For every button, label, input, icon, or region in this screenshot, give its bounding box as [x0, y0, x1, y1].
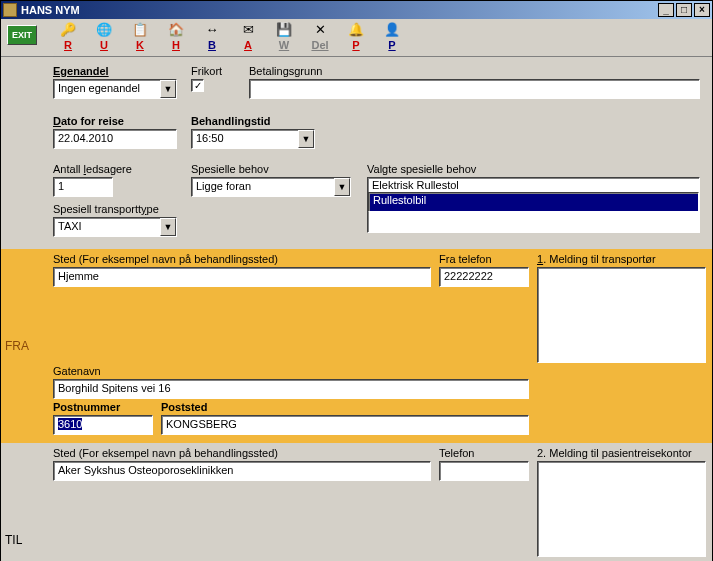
- tb-del-button[interactable]: ✕Del: [309, 21, 331, 51]
- tb-k-button-icon: 📋: [132, 21, 148, 37]
- transporttype-select[interactable]: TAXI: [53, 217, 177, 237]
- tb-p1-button-icon: 🔔: [348, 21, 364, 37]
- label-egenandel: Egenandel: [53, 65, 183, 77]
- tb-h-button[interactable]: 🏠H: [165, 21, 187, 51]
- content: Egenandel Ingen egenandel ▼ Frikort ✓ Be…: [1, 57, 712, 561]
- fra-sted-input[interactable]: Hjemme: [53, 267, 431, 287]
- label-fra-telefon: Fra telefon: [439, 253, 529, 265]
- label-frikort: Frikort: [191, 65, 222, 77]
- tb-w-button-label: W: [279, 39, 289, 51]
- tb-del-button-label: Del: [311, 39, 328, 51]
- tb-w-button-icon: 💾: [276, 21, 292, 37]
- tb-r-button-icon: 🔑: [60, 21, 76, 37]
- label-betalingsgrunn: Betalingsgrunn: [249, 65, 700, 77]
- valgte-listbox[interactable]: Elektrisk Rullestol Rullestolbil: [367, 177, 700, 233]
- maximize-button[interactable]: □: [676, 3, 692, 17]
- tb-p2-button-icon: 👤: [384, 21, 400, 37]
- label-til-telefon: Telefon: [439, 447, 529, 459]
- tb-r-button[interactable]: 🔑R: [57, 21, 79, 51]
- tb-r-button-label: R: [64, 39, 72, 51]
- label-fra-postnr: Postnummer: [53, 401, 153, 413]
- tb-p1-button-label: P: [352, 39, 359, 51]
- tb-a-button-icon: ✉: [240, 21, 256, 37]
- til-section: TIL Sted (For eksempel navn på behandlin…: [1, 443, 712, 561]
- toolbar-items: 🔑R🌐U📋K🏠H↔B✉A💾W✕Del🔔P👤P: [57, 21, 403, 51]
- ledsagere-input[interactable]: 1: [53, 177, 113, 197]
- label-fra-gate: Gatenavn: [53, 365, 529, 377]
- close-button[interactable]: ×: [694, 3, 710, 17]
- tb-b-button-icon: ↔: [204, 21, 220, 37]
- label-til-sted: Sted (For eksempel navn på behandlingsst…: [53, 447, 431, 459]
- window-title: HANS NYM: [21, 4, 658, 16]
- label-valgte: Valgte spesielle behov: [367, 163, 700, 175]
- tb-p2-button[interactable]: 👤P: [381, 21, 403, 51]
- tb-p1-button[interactable]: 🔔P: [345, 21, 367, 51]
- minimize-button[interactable]: _: [658, 3, 674, 17]
- label-melding2: 2. Melding til pasientreisekontor: [537, 447, 706, 459]
- egenandel-select[interactable]: Ingen egenandel: [53, 79, 177, 99]
- exit-button[interactable]: EXIT: [7, 25, 37, 45]
- til-label: TIL: [5, 533, 22, 547]
- tb-a-button-label: A: [244, 39, 252, 51]
- betalingsgrunn-input[interactable]: [249, 79, 700, 99]
- behandlingstid-select[interactable]: 16:50: [191, 129, 315, 149]
- tb-h-button-icon: 🏠: [168, 21, 184, 37]
- tb-h-button-label: H: [172, 39, 180, 51]
- label-spesielle: Spesielle behov: [191, 163, 359, 175]
- app-window: HANS NYM _ □ × EXIT 🔑R🌐U📋K🏠H↔B✉A💾W✕Del🔔P…: [0, 0, 713, 561]
- tb-b-button[interactable]: ↔B: [201, 21, 223, 51]
- label-behandlingstid: Behandlingstid: [191, 115, 371, 127]
- tb-p2-button-label: P: [388, 39, 395, 51]
- titlebar: HANS NYM _ □ ×: [1, 1, 712, 19]
- fra-label: FRA: [5, 339, 29, 353]
- tb-b-button-label: B: [208, 39, 216, 51]
- fra-poststed-input[interactable]: KONGSBERG: [161, 415, 529, 435]
- spesielle-select[interactable]: Ligge foran: [191, 177, 351, 197]
- fra-gate-input[interactable]: Borghild Spitens vei 16: [53, 379, 529, 399]
- label-fra-poststed: Poststed: [161, 401, 529, 413]
- label-dato: Dato for reise: [53, 115, 183, 127]
- list-item[interactable]: Rullestolbil: [368, 192, 699, 212]
- tb-del-button-icon: ✕: [312, 21, 328, 37]
- fra-postnr-input[interactable]: 3610: [53, 415, 153, 435]
- tb-u-button-label: U: [100, 39, 108, 51]
- list-item[interactable]: Elektrisk Rullestol: [368, 178, 699, 192]
- tb-u-button-icon: 🌐: [96, 21, 112, 37]
- til-telefon-input[interactable]: [439, 461, 529, 481]
- fra-telefon-input[interactable]: 22222222: [439, 267, 529, 287]
- tb-a-button[interactable]: ✉A: [237, 21, 259, 51]
- til-sted-input[interactable]: Aker Sykshus Osteoporoseklinikken: [53, 461, 431, 481]
- app-icon: [3, 3, 17, 17]
- fra-melding-textarea[interactable]: [537, 267, 706, 363]
- tb-u-button[interactable]: 🌐U: [93, 21, 115, 51]
- dato-input[interactable]: 22.04.2010: [53, 129, 177, 149]
- window-buttons: _ □ ×: [658, 3, 710, 17]
- label-transporttype: Spesiell transporttype: [53, 203, 183, 215]
- fra-section: FRA Sted (For eksempel navn på behandlin…: [1, 249, 712, 443]
- tb-k-button-label: K: [136, 39, 144, 51]
- label-fra-sted: Sted (For eksempel navn på behandlingsst…: [53, 253, 431, 265]
- tb-k-button[interactable]: 📋K: [129, 21, 151, 51]
- toolbar: EXIT 🔑R🌐U📋K🏠H↔B✉A💾W✕Del🔔P👤P: [1, 19, 712, 57]
- label-melding1: 1. Melding til transportør: [537, 253, 706, 265]
- tb-w-button[interactable]: 💾W: [273, 21, 295, 51]
- til-melding-textarea[interactable]: [537, 461, 706, 557]
- label-ledsagere: Antall ledsagere: [53, 163, 183, 175]
- frikort-checkbox[interactable]: ✓: [191, 79, 204, 92]
